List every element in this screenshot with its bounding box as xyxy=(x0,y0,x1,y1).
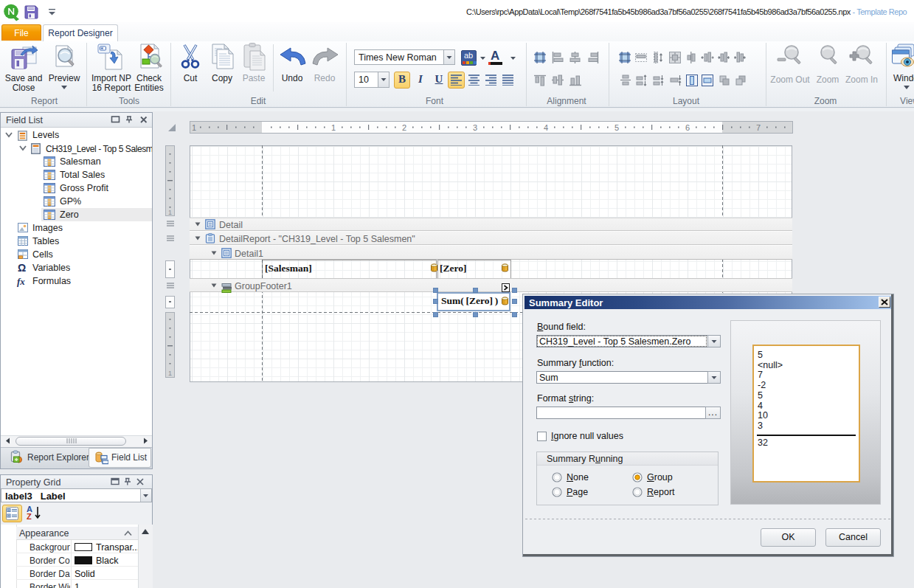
svg-text:1: 1 xyxy=(331,123,336,132)
svg-text:4: 4 xyxy=(544,123,548,132)
svg-text:5: 5 xyxy=(614,123,619,132)
svg-text:1: 1 xyxy=(168,370,172,377)
svg-text:1: 1 xyxy=(192,123,196,132)
svg-text:1: 1 xyxy=(168,209,172,216)
svg-text:3: 3 xyxy=(473,123,477,132)
svg-text:6: 6 xyxy=(685,123,690,132)
svg-text:2: 2 xyxy=(402,123,406,132)
svg-text:7: 7 xyxy=(756,123,761,132)
